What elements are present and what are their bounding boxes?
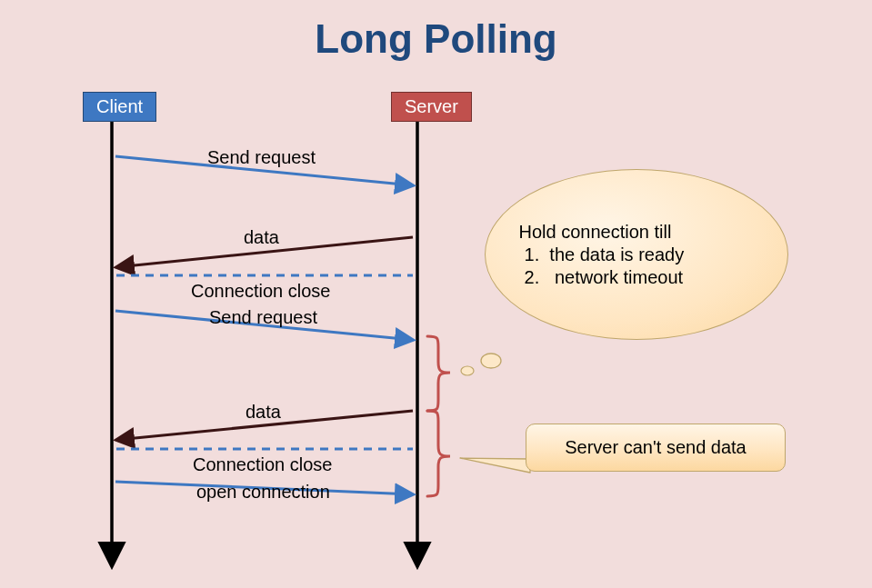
- msg-send-request-1: Send request: [207, 147, 316, 168]
- msg-connection-close-1: Connection close: [191, 281, 330, 302]
- svg-point-10: [461, 366, 474, 375]
- msg-send-request-2: Send request: [209, 307, 317, 328]
- callout1-heading: Hold connection till: [519, 221, 755, 244]
- diagram-title: Long Polling: [0, 16, 872, 62]
- svg-point-9: [481, 354, 501, 368]
- msg-data-2: data: [246, 402, 281, 423]
- callout1-item2: network timeout: [555, 267, 683, 287]
- callout-server-cant-send: Server can't send data: [526, 424, 786, 472]
- msg-data-1: data: [244, 227, 279, 248]
- callout1-item1: the data is ready: [549, 244, 684, 264]
- msg-open-connection: open connection: [196, 482, 330, 503]
- actor-server-box: Server: [391, 92, 472, 122]
- msg-connection-close-2: Connection close: [193, 454, 332, 475]
- callout-hold-connection: Hold connection till 1. the data is read…: [485, 169, 788, 340]
- callout2-text: Server can't send data: [565, 437, 747, 457]
- actor-client-box: Client: [83, 92, 156, 122]
